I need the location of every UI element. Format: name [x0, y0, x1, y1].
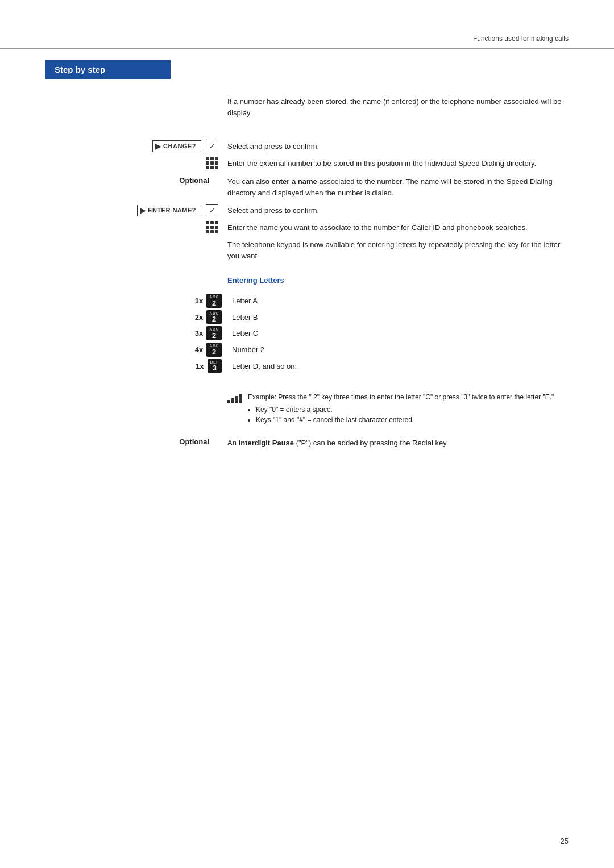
multiplier-text-3: 4x — [195, 345, 203, 354]
bullet-item-0: Key "0" = enters a space. — [256, 404, 554, 415]
entering-letters-right: Entering Letters — [227, 268, 569, 289]
intro-right: If a number has already been stored, the… — [227, 90, 569, 135]
checkmark-icon-2: ✓ — [206, 204, 218, 216]
bars-icon — [227, 393, 242, 403]
intro-row: If a number has already been stored, the… — [45, 90, 569, 135]
optional-left-2: Optional — [45, 436, 227, 446]
multiplier-text-2: 3x — [195, 329, 203, 337]
key-num-1: 2 — [212, 315, 216, 323]
intro-text: If a number has already been stored, the… — [227, 96, 569, 118]
optional-label-1: Optional — [179, 175, 218, 185]
letter-multiplier-0: 1x ABC 2 — [45, 294, 227, 308]
header-section: Functions used for making calls — [0, 0, 614, 49]
enter-name-label: ENTER NAME? — [148, 207, 196, 214]
letter-multiplier-4: 1x DEF 3 — [45, 359, 227, 373]
keypad-icon-2 — [206, 221, 218, 233]
optional-desc-1: You can also enter a name associated to … — [227, 175, 569, 198]
enter-name-row: ▶ ENTER NAME? ✓ Select and press to conf… — [45, 204, 569, 216]
multiplier-text-4: 1x — [196, 362, 204, 370]
keypad-desc-1: Enter the external number to be stored i… — [227, 157, 569, 169]
letter-desc-0: Letter A — [227, 297, 258, 305]
change-button-row: ▶ CHANGE? ✓ Select and press to confirm. — [45, 140, 569, 152]
enter-name-left: ▶ ENTER NAME? ✓ — [45, 204, 227, 216]
change-confirm-text: Select and press to confirm. — [227, 140, 569, 152]
key-num-4: 3 — [213, 364, 217, 372]
key-num-2: 2 — [212, 332, 216, 339]
example-icon — [227, 392, 242, 403]
main-content: Step by step If a number has already bee… — [0, 49, 614, 499]
optional-label-2: Optional — [179, 436, 218, 446]
entering-letters-row: Entering Letters — [45, 268, 569, 289]
letter-multiplier-1: 2x ABC 2 — [45, 310, 227, 324]
optional-row-2: Optional An Interdigit Pause ("P") can b… — [45, 436, 569, 449]
change-button-left: ▶ CHANGE? ✓ — [45, 140, 227, 152]
keypad-row-1: Enter the external number to be stored i… — [45, 157, 569, 169]
change-button-label: CHANGE? — [163, 143, 196, 149]
keypad-left-1 — [45, 157, 227, 169]
enter-name-button[interactable]: ▶ ENTER NAME? — [137, 205, 201, 216]
example-right: Example: Press the " 2" key three times … — [227, 383, 569, 425]
key-badge-0: ABC 2 — [206, 294, 222, 308]
key-badge-1: ABC 2 — [206, 310, 222, 324]
optional-left-1: Optional — [45, 175, 227, 185]
letter-desc-1: Letter B — [227, 313, 258, 322]
keypad-left-2 — [45, 221, 227, 233]
optional-desc-2: An Interdigit Pause ("P") can be added b… — [227, 436, 569, 449]
keypad-icon-1 — [206, 157, 218, 169]
text-only-row: The telephone keypad is now available fo… — [45, 238, 569, 261]
key-badge-2: ABC 2 — [206, 326, 222, 340]
multiplier-text-1: 2x — [195, 313, 203, 322]
letter-multiplier-2: 3x ABC 2 — [45, 326, 227, 340]
change-button[interactable]: ▶ CHANGE? — [152, 140, 201, 152]
letter-multiplier-3: 4x ABC 2 — [45, 343, 227, 357]
letter-row-0: 1x ABC 2 Letter A — [45, 294, 569, 308]
bar-2 — [231, 398, 234, 403]
example-content: Example: Press the " 2" key three times … — [248, 392, 554, 425]
letter-desc-3: Number 2 — [227, 345, 264, 354]
letter-row-2: 3x ABC 2 Letter C — [45, 326, 569, 340]
page-number: 25 — [561, 837, 569, 845]
step-by-step-box: Step by step — [45, 49, 569, 90]
example-row: Example: Press the " 2" key three times … — [45, 383, 569, 425]
letter-row-1: 2x ABC 2 Letter B — [45, 310, 569, 324]
key-badge-3: ABC 2 — [206, 343, 222, 357]
page-container: Functions used for making calls Step by … — [0, 0, 614, 868]
checkmark-icon: ✓ — [206, 140, 218, 152]
text-only-desc: The telephone keypad is now available fo… — [227, 238, 569, 261]
enter-name-confirm: Select and press to confirm. — [227, 204, 569, 216]
entering-letters-heading: Entering Letters — [227, 276, 569, 285]
bullet-item-1: Keys "1" and "#" = cancel the last chara… — [256, 415, 554, 425]
key-num-3: 2 — [212, 348, 216, 356]
optional-row-1: Optional You can also enter a name assoc… — [45, 175, 569, 198]
button-arrow-icon-2: ▶ — [140, 206, 146, 215]
letter-desc-2: Letter C — [227, 329, 258, 337]
key-num-0: 2 — [212, 299, 216, 307]
header-title: Functions used for making calls — [473, 35, 569, 43]
letter-row-3: 4x ABC 2 Number 2 — [45, 343, 569, 357]
keypad-row-2: Enter the name you want to associate to … — [45, 221, 569, 233]
bar-1 — [227, 400, 230, 403]
bar-3 — [235, 396, 238, 403]
example-text: Example: Press the " 2" key three times … — [248, 393, 554, 401]
bullet-list: Key "0" = enters a space. Keys "1" and "… — [256, 404, 554, 425]
letter-desc-4: Letter D, and so on. — [227, 362, 297, 370]
bar-4 — [239, 394, 242, 403]
multiplier-text-0: 1x — [195, 297, 203, 305]
keypad-desc-2: Enter the name you want to associate to … — [227, 221, 569, 233]
key-badge-4: DEF 3 — [208, 359, 222, 373]
step-by-step-label: Step by step — [45, 60, 171, 79]
letter-row-4: 1x DEF 3 Letter D, and so on. — [45, 359, 569, 373]
example-box: Example: Press the " 2" key three times … — [227, 392, 569, 425]
button-arrow-icon: ▶ — [155, 142, 161, 151]
